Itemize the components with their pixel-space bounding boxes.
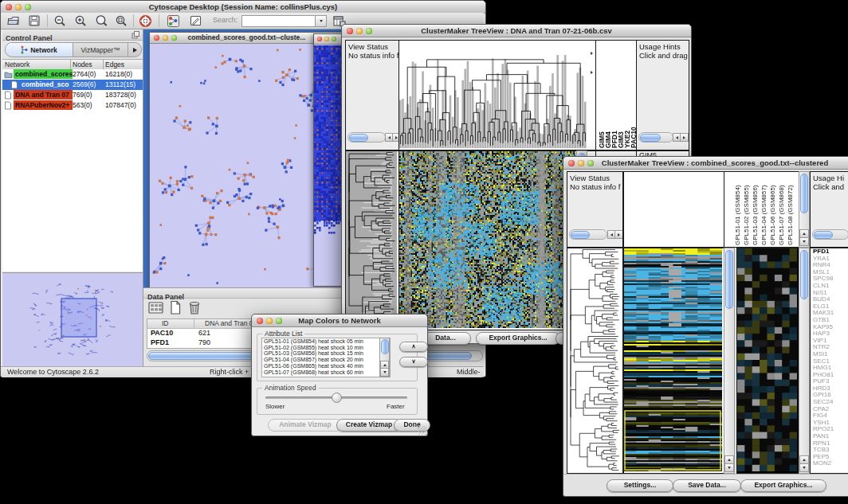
- minimize-icon[interactable]: [15, 4, 22, 10]
- zoom-selected-icon[interactable]: [95, 14, 108, 28]
- minimize-icon[interactable]: [578, 160, 584, 166]
- expand-arrow-icon[interactable]: [591, 71, 593, 74]
- column-label[interactable]: PAC10: [630, 99, 636, 148]
- dense-network-grid-canvas[interactable]: [314, 45, 342, 240]
- network-window-2-title-bar[interactable]: [314, 34, 344, 45]
- scroll-down-button[interactable]: [724, 463, 734, 472]
- treeview2-column-dendrogram[interactable]: [623, 171, 724, 248]
- scroll-down-button[interactable]: [799, 463, 809, 472]
- minimize-icon[interactable]: [356, 28, 363, 34]
- tab-overflow-button[interactable]: [128, 43, 141, 57]
- scrollbar-thumb[interactable]: [800, 250, 808, 299]
- attribute-item[interactable]: GPL51-04 (GSM857) heat shock 20 min: [264, 357, 390, 363]
- export-graphics-button[interactable]: Export Graphics...: [740, 479, 826, 492]
- attribute-item[interactable]: GPL51-07 (GSM868) heat shock 60 min: [264, 369, 390, 376]
- float-panel-icon[interactable]: [132, 31, 139, 39]
- dialog-title-bar[interactable]: Map Colors to Network: [252, 315, 427, 327]
- export-graphics-button[interactable]: Export Graphics...: [476, 332, 560, 345]
- main-title-bar[interactable]: Cytoscape Desktop (Session Name: collins…: [1, 1, 485, 14]
- save-icon[interactable]: [28, 14, 41, 27]
- zoom-fit-icon[interactable]: [115, 14, 128, 28]
- treeview1-heatmap[interactable]: [398, 150, 578, 330]
- treeview2-zoom-vscrollbar[interactable]: [799, 248, 810, 474]
- expand-arrow-icon[interactable]: [591, 52, 593, 55]
- treeview2-row-dendrogram[interactable]: [567, 248, 623, 474]
- scrollbar-thumb[interactable]: [381, 339, 389, 354]
- attribute-list-vscrollbar[interactable]: [379, 338, 390, 377]
- move-up-button[interactable]: ∧: [399, 342, 428, 352]
- attribute-item[interactable]: GPL51-01 (GSM854) heat shock 05 min: [264, 338, 390, 345]
- minimize-icon[interactable]: [266, 318, 273, 324]
- help-lifering-icon[interactable]: [139, 14, 152, 28]
- zoom-window-icon[interactable]: [276, 318, 282, 324]
- column-label[interactable]: GPL51-08 (GSM872): [787, 175, 795, 245]
- close-icon[interactable]: [257, 318, 263, 324]
- treeview2-zoom-heatmap[interactable]: [736, 248, 799, 474]
- scrollbar-thumb[interactable]: [800, 174, 808, 213]
- zoom-window-icon[interactable]: [171, 35, 177, 41]
- column-label[interactable]: YKE2: [623, 99, 630, 148]
- tab-network[interactable]: Network: [6, 43, 73, 57]
- column-label[interactable]: GIM5: [598, 99, 604, 148]
- settings-button[interactable]: Settings...: [607, 479, 673, 492]
- column-label[interactable]: PFD1: [610, 99, 617, 148]
- resize-grip[interactable]: [418, 426, 426, 435]
- network-manager-icon[interactable]: [167, 14, 180, 28]
- column-label[interactable]: GPL51-02 (GSM855): [743, 175, 752, 245]
- search-input[interactable]: [241, 15, 316, 27]
- network-overview-panel[interactable]: [2, 272, 143, 368]
- column-label[interactable]: GIM4: [604, 99, 610, 148]
- animate-vizmap-button[interactable]: Animate Vizmap: [268, 419, 343, 432]
- col-header-nodes[interactable]: Nodes: [73, 60, 92, 69]
- col-header-network[interactable]: Network: [5, 60, 29, 69]
- scroll-down-button[interactable]: [380, 368, 389, 377]
- treeview2-collabel-vscrollbar[interactable]: [799, 171, 810, 248]
- search-dropdown-button[interactable]: [315, 15, 327, 27]
- column-label[interactable]: GPL51-03 (GSM856): [752, 175, 760, 245]
- treeview1-row-dendrogram[interactable]: [345, 150, 399, 330]
- move-down-button[interactable]: ∨: [399, 357, 428, 367]
- create-vizmap-button[interactable]: Create Vizmap: [336, 419, 402, 432]
- attribute-grid-icon[interactable]: [148, 301, 164, 315]
- column-label[interactable]: GPL51-04 (GSM857): [760, 175, 769, 245]
- minimize-icon[interactable]: [324, 37, 329, 41]
- close-icon[interactable]: [6, 4, 12, 10]
- speed-slider-thumb[interactable]: [332, 393, 342, 403]
- zoom-window-icon[interactable]: [366, 28, 372, 34]
- treeview2-heatmap-vscrollbar[interactable]: [724, 248, 735, 474]
- attribute-item[interactable]: GPL51-02 (GSM855) heat shock 10 min: [264, 345, 390, 351]
- table-row[interactable]: RNAPuberNov2+ 563(0)107847(0): [2, 100, 143, 111]
- save-data-button[interactable]: Save Data...: [673, 479, 741, 492]
- attribute-item[interactable]: GPL51-06 (GSM865) heat shock 40 min: [264, 363, 390, 369]
- treeview1-column-dendrogram[interactable]: [398, 40, 589, 150]
- scroll-down-button[interactable]: [799, 237, 809, 246]
- attribute-item[interactable]: GPL51-03 (GSM856) heat shock 15 min: [264, 350, 390, 357]
- delete-attribute-trash-icon[interactable]: [187, 299, 202, 315]
- treeview1-title-bar[interactable]: ClusterMaker TreeView : DNA and Tran 07-…: [342, 25, 691, 37]
- zoom-window-icon[interactable]: [332, 37, 336, 41]
- scroll-right-button[interactable]: [614, 230, 623, 239]
- column-label[interactable]: GIM3: [617, 99, 623, 148]
- new-attribute-icon[interactable]: [169, 300, 182, 315]
- col-header-edges[interactable]: Edges: [105, 60, 124, 69]
- close-icon[interactable]: [317, 37, 322, 41]
- close-icon[interactable]: [154, 35, 159, 41]
- column-label[interactable]: GPL51-01 (GSM854): [734, 175, 743, 245]
- column-label[interactable]: GPL51-07 (GSM868): [778, 175, 787, 245]
- gene-label[interactable]: MON2: [811, 460, 848, 467]
- table-row-selected[interactable]: combined_sco 2569(6)13112(15): [2, 80, 143, 90]
- zoom-window-icon[interactable]: [25, 4, 31, 10]
- view-status-hscrollbar[interactable]: [569, 229, 607, 240]
- annotation-icon[interactable]: [189, 14, 202, 28]
- usage-hints-hscrollbar[interactable]: [812, 229, 848, 240]
- zoom-window-icon[interactable]: [587, 160, 594, 166]
- scrollbar-thumb[interactable]: [725, 250, 733, 309]
- usage-hints-hscrollbar[interactable]: [638, 132, 673, 143]
- open-file-icon[interactable]: [7, 14, 20, 27]
- treeview2-title-bar[interactable]: ClusterMaker TreeView : combined_scores_…: [563, 157, 848, 170]
- table-row[interactable]: combined_scores 2764(0)16218(0): [2, 69, 143, 80]
- scroll-right-button[interactable]: [680, 133, 689, 142]
- zoom-in-icon[interactable]: [74, 14, 88, 28]
- tab-vizmapper[interactable]: VizMapper™: [73, 43, 128, 57]
- view-status-hscrollbar[interactable]: [347, 132, 386, 143]
